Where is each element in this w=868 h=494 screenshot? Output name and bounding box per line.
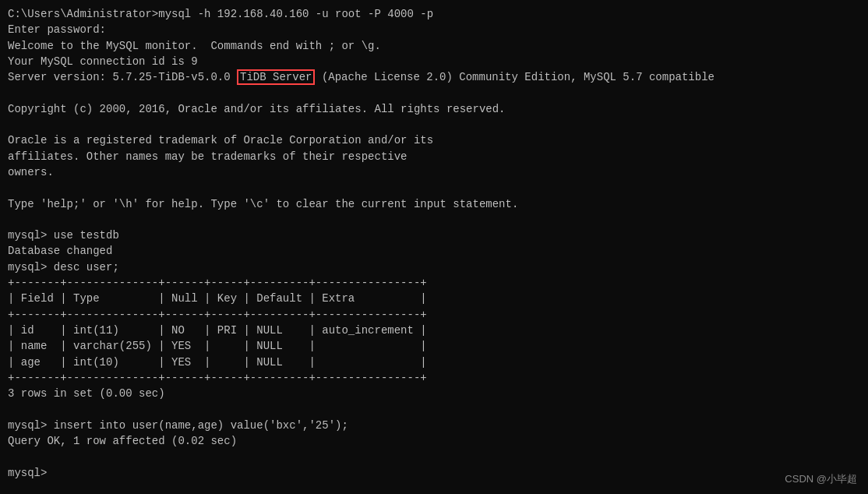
copyright-line: Copyright (c) 2000, 2016, Oracle and/or … (8, 101, 860, 117)
connection-id-line: Your MySQL connection id is 9 (8, 54, 860, 69)
query-ok-line: Query OK, 1 row affected (0.02 sec) (8, 433, 860, 449)
tidb-server-highlight: TiDB Server (237, 69, 315, 85)
server-version-line: Server version: 5.7.25-TiDB-v5.0.0 TiDB … (8, 69, 860, 85)
blank6 (8, 449, 860, 464)
rows-info-line: 3 rows in set (0.00 sec) (8, 386, 860, 401)
table-sep1: +-------+--------------+------+-----+---… (8, 275, 860, 291)
help-hint-line: Type 'help;' or '\h' for help. Type '\c'… (8, 196, 860, 212)
use-testdb-line: mysql> use testdb (8, 228, 860, 243)
prompt-end-line[interactable]: mysql> (8, 465, 860, 481)
blank2 (8, 117, 860, 132)
table-row1: | id | int(11) | NO | PRI | NULL | auto_… (8, 323, 860, 338)
blank1 (8, 85, 860, 101)
oracle-line3: owners. (8, 164, 860, 180)
table-row2: | name | varchar(255) | YES | | NULL | | (8, 338, 860, 354)
table-header: | Field | Type | Null | Key | Default | … (8, 291, 860, 306)
table-sep3: +-------+--------------+------+-----+---… (8, 370, 860, 386)
db-changed-line: Database changed (8, 243, 860, 259)
watermark: CSDN @小毕超 (785, 472, 857, 486)
terminal-window: C:\Users\Administrator>mysql -h 192.168.… (0, 0, 868, 494)
desc-user-line: mysql> desc user; (8, 259, 860, 275)
blank4 (8, 212, 860, 228)
insert-cmd-line: mysql> insert into user(name,age) value(… (8, 418, 860, 433)
oracle-line1: Oracle is a registered trademark of Orac… (8, 132, 860, 148)
table-sep2: +-------+--------------+------+-----+---… (8, 307, 860, 323)
blank5 (8, 401, 860, 417)
welcome-line: Welcome to the MySQL monitor. Commands e… (8, 38, 860, 54)
enter-password-line: Enter password: (8, 22, 860, 37)
oracle-line2: affiliates. Other names may be trademark… (8, 149, 860, 164)
cmd-line: C:\Users\Administrator>mysql -h 192.168.… (8, 6, 860, 22)
blank3 (8, 180, 860, 196)
table-row3: | age | int(10) | YES | | NULL | | (8, 355, 860, 370)
